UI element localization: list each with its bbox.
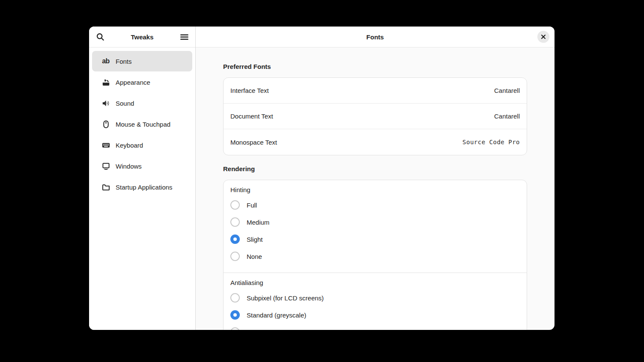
search-button[interactable] — [95, 31, 106, 42]
sidebar-item-startup-applications[interactable]: Startup Applications — [92, 177, 192, 197]
main-headerbar: Fonts — [196, 27, 555, 47]
page-title: Fonts — [367, 33, 384, 41]
font-row-label: Document Text — [230, 113, 273, 120]
ab-icon: ab — [101, 57, 110, 65]
font-row-label: Monospace Text — [230, 139, 277, 146]
radio-checked-icon[interactable] — [230, 310, 240, 320]
sidebar-item-keyboard[interactable]: Keyboard — [92, 135, 192, 155]
radio-icon[interactable] — [230, 200, 240, 210]
radio-label: None — [247, 329, 262, 330]
sidebar-title: Tweaks — [131, 33, 153, 41]
radio-icon[interactable] — [230, 252, 240, 261]
hamburger-icon — [180, 33, 189, 42]
font-row-value: Source Code Pro — [462, 139, 520, 145]
radio-icon[interactable] — [230, 217, 240, 227]
antialiasing-group: Antialiasing Subpixel (for LCD screens) … — [224, 273, 527, 330]
monospace-text-row[interactable]: Monospace Text Source Code Pro — [224, 129, 527, 155]
antialiasing-label: Antialiasing — [230, 279, 520, 287]
sidebar-item-windows[interactable]: Windows — [92, 156, 192, 176]
radio-label: Full — [247, 202, 257, 209]
hinting-option-medium[interactable]: Medium — [230, 214, 520, 231]
hinting-option-slight[interactable]: Slight — [230, 231, 520, 248]
rendering-heading: Rendering — [223, 165, 527, 173]
main-panel: Fonts Preferred Fonts Interface Text Can… — [196, 27, 555, 330]
sidebar-item-fonts[interactable]: ab Fonts — [92, 51, 192, 71]
document-text-row[interactable]: Document Text Cantarell — [224, 104, 527, 129]
monitor-icon — [101, 162, 110, 170]
menu-button[interactable] — [179, 31, 190, 42]
interface-text-row[interactable]: Interface Text Cantarell — [224, 78, 527, 104]
antialiasing-option-none[interactable]: None — [230, 323, 520, 330]
close-icon — [541, 34, 546, 39]
radio-label: Subpixel (for LCD screens) — [247, 294, 324, 302]
keyboard-icon — [101, 141, 110, 149]
hinting-group: Hinting Full Medium Slight — [224, 180, 527, 273]
appearance-icon — [101, 78, 110, 86]
radio-label: Standard (greyscale) — [247, 312, 306, 319]
font-row-label: Interface Text — [230, 87, 269, 94]
desktop: { "app": { "accent_color": "#3584e4", "s… — [0, 0, 644, 362]
preferred-fonts-card: Interface Text Cantarell Document Text C… — [223, 77, 527, 155]
sidebar-headerbar: Tweaks — [89, 27, 195, 47]
radio-label: None — [247, 253, 262, 260]
antialiasing-option-subpixel[interactable]: Subpixel (for LCD screens) — [230, 289, 520, 306]
sidebar: Tweaks ab Fonts — [89, 27, 196, 330]
sidebar-item-label: Appearance — [116, 79, 150, 86]
radio-icon[interactable] — [230, 293, 240, 303]
sidebar-item-label: Sound — [116, 100, 134, 107]
radio-checked-icon[interactable] — [230, 234, 240, 244]
radio-icon[interactable] — [230, 327, 240, 330]
rendering-card: Hinting Full Medium Slight — [223, 180, 527, 330]
sidebar-item-sound[interactable]: Sound — [92, 93, 192, 113]
close-button[interactable] — [537, 31, 549, 43]
fonts-page: Preferred Fonts Interface Text Cantarell… — [196, 47, 555, 330]
sidebar-item-label: Fonts — [116, 58, 132, 65]
preferred-fonts-heading: Preferred Fonts — [223, 62, 527, 71]
hinting-label: Hinting — [230, 186, 520, 194]
mouse-icon — [101, 120, 110, 128]
font-row-value: Cantarell — [494, 113, 520, 120]
folder-icon — [101, 183, 110, 191]
radio-label: Medium — [247, 219, 269, 226]
sidebar-item-appearance[interactable]: Appearance — [92, 72, 192, 92]
sidebar-nav: ab Fonts Appearance — [89, 47, 195, 198]
hinting-option-full[interactable]: Full — [230, 196, 520, 214]
sidebar-item-mouse-touchpad[interactable]: Mouse & Touchpad — [92, 114, 192, 134]
tweaks-window: Tweaks ab Fonts — [89, 27, 555, 330]
radio-label: Slight — [247, 236, 263, 243]
font-row-value: Cantarell — [494, 87, 520, 94]
antialiasing-option-standard[interactable]: Standard (greyscale) — [230, 306, 520, 323]
hinting-option-none[interactable]: None — [230, 248, 520, 265]
sidebar-item-label: Windows — [116, 163, 142, 170]
search-icon — [96, 33, 105, 42]
sidebar-item-label: Keyboard — [116, 142, 143, 149]
speaker-icon — [101, 99, 110, 107]
sidebar-item-label: Startup Applications — [116, 184, 173, 191]
sidebar-item-label: Mouse & Touchpad — [116, 121, 170, 128]
